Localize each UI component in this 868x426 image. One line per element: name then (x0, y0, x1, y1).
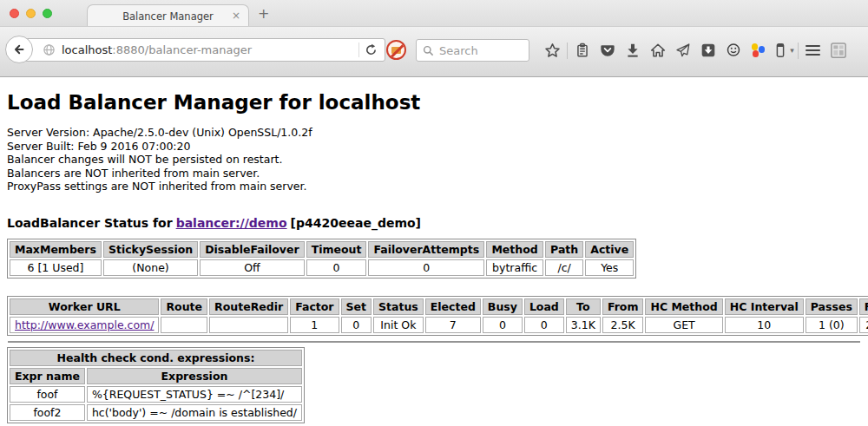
globe-icon (43, 43, 56, 56)
loadbalancer-status-heading: LoadBalancer Status forbalancer://demo[p… (7, 216, 861, 230)
table-row: foof %{REQUEST_STATUS} =~ /^[234]/ (10, 386, 302, 403)
table-header-row: Expr name Expression (10, 368, 302, 384)
chevron-down-icon[interactable]: ▾ (790, 46, 794, 55)
table-header-row: MaxMembers StickySession DisableFailover… (10, 241, 634, 258)
tab-close-icon[interactable]: × (232, 10, 240, 22)
column-header: Active (585, 241, 634, 258)
balancers-notice-line: Balancers are NOT inherited from main se… (7, 167, 861, 180)
worker-url-link[interactable]: http://www.example.com/ (15, 318, 154, 331)
column-header: Status (373, 298, 424, 315)
reload-button[interactable] (365, 43, 378, 56)
column-header: From (602, 298, 644, 315)
toolbar-divider (798, 43, 799, 59)
server-version-line: Server Version: Apache/2.5.0-dev (Unix) … (7, 126, 861, 140)
url-host: localhost (62, 43, 112, 56)
cell-expression: hc('body') =~ /domain is established/ (87, 404, 302, 421)
table-header-row: Worker URL Route RouteRedir Factor Set S… (10, 298, 868, 315)
column-header: Method (486, 241, 543, 258)
table-row: foof2 hc('body') =~ /domain is establish… (10, 404, 302, 421)
cell-routeredir (209, 317, 288, 333)
balancer-summary-table: MaxMembers StickySession DisableFailover… (7, 239, 636, 279)
health-table-title: Health check cond. expressions: (10, 350, 302, 366)
new-tab-button[interactable]: + (258, 7, 269, 21)
fullscreen-window-button[interactable] (43, 9, 52, 18)
column-header: Path (545, 241, 583, 258)
column-header: MaxMembers (10, 241, 102, 258)
search-placeholder: Search (439, 44, 478, 57)
cell-elected: 7 (425, 317, 481, 333)
cell-expr-name: foof (10, 386, 85, 403)
tab-title: Balancer Manager (122, 10, 214, 23)
column-header: Expr name (10, 368, 85, 384)
browser-window: Balancer Manager × + localhost:8880/bala… (0, 0, 868, 426)
toolbar-divider (567, 43, 568, 59)
home-button[interactable] (645, 38, 670, 62)
proxypass-notice-line: ProxyPass settings are NOT inherited fro… (7, 180, 861, 193)
cell-expr-name: foof2 (10, 404, 85, 421)
cell-maxmembers: 6 [1 Used] (10, 259, 102, 276)
cell-busy: 0 (483, 317, 523, 333)
container-extension-button[interactable]: ▾ (771, 38, 796, 62)
column-header: HC Method (645, 298, 722, 315)
column-header: To (566, 298, 601, 315)
worker-table: Worker URL Route RouteRedir Factor Set S… (7, 296, 868, 336)
send-page-button[interactable] (670, 38, 695, 62)
back-button[interactable] (5, 36, 33, 63)
column-header: Factor (290, 298, 339, 315)
tab-groups-button[interactable] (825, 38, 851, 62)
reading-list-button[interactable] (569, 38, 595, 62)
browser-tab[interactable]: Balancer Manager × (87, 4, 249, 27)
cell-hc-interval: 10 (725, 317, 804, 333)
cell-factor: 1 (290, 317, 339, 333)
cell-method: bytraffic (486, 259, 543, 276)
cell-status: Init Ok (373, 317, 424, 333)
search-icon (423, 45, 434, 56)
column-header: Route (161, 298, 207, 315)
column-header: RouteRedir (209, 298, 288, 315)
feedback-smiley-button[interactable] (720, 38, 746, 62)
downloads-button[interactable] (620, 38, 645, 62)
section-divider (8, 341, 860, 343)
video-download-helper-button[interactable] (695, 38, 720, 62)
column-header: Load (524, 298, 564, 315)
cell-stickysession: (None) (103, 259, 198, 276)
cell-to: 3.1K (566, 317, 601, 333)
search-bar[interactable]: Search (416, 39, 529, 62)
navigation-toolbar: localhost:8880/balancer-manager Search (0, 26, 868, 77)
cell-passes: 1 (0) (806, 317, 858, 333)
column-header: HC Interval (725, 298, 804, 315)
health-check-table: Health check cond. expressions: Expr nam… (7, 347, 305, 423)
table-title-row: Health check cond. expressions: (10, 350, 302, 366)
column-header: Set (341, 298, 372, 315)
title-bar: Balancer Manager × + (0, 0, 868, 26)
cell-disablefailover: Off (200, 259, 304, 276)
column-header: FailoverAttempts (368, 241, 484, 258)
close-window-button[interactable] (10, 9, 19, 18)
colored-dots-extension-button[interactable] (746, 38, 771, 62)
pocket-button[interactable] (595, 38, 620, 62)
minimize-window-button[interactable] (26, 9, 36, 18)
window-controls (10, 9, 52, 18)
cell-worker-url: http://www.example.com/ (10, 317, 159, 333)
toolbar-buttons: ▾ (540, 37, 851, 63)
menu-button[interactable] (800, 38, 825, 62)
url-bar[interactable]: localhost:8880/balancer-manager (21, 38, 385, 62)
bookmark-star-button[interactable] (540, 38, 565, 62)
table-row: 6 [1 Used] (None) Off 0 0 bytraffic /c/ … (10, 259, 634, 276)
back-arrow-icon (12, 43, 26, 56)
column-header: Timeout (306, 241, 367, 258)
column-header: Fails (859, 298, 868, 315)
urlbar-divider (358, 43, 359, 57)
balancer-demo-link[interactable]: balancer://demo (176, 216, 287, 230)
status-prefix: LoadBalancer Status for (7, 216, 173, 230)
column-header: Elected (425, 298, 481, 315)
column-header: Passes (806, 298, 858, 315)
server-built-line: Server Built: Feb 9 2016 07:00:20 (7, 140, 861, 154)
server-info: Server Version: Apache/2.5.0-dev (Unix) … (7, 126, 861, 193)
url-path: :8880/balancer-manager (112, 43, 252, 56)
persist-notice-line: Balancer changes will NOT be persisted o… (7, 153, 861, 167)
plugin-blocked-icon[interactable] (386, 40, 406, 60)
cell-expression: %{REQUEST_STATUS} =~ /^[234]/ (87, 386, 302, 403)
page-content: Load Balancer Manager for localhost Serv… (0, 91, 868, 426)
table-row: http://www.example.com/ 1 0 Init Ok 7 0 … (10, 317, 868, 333)
